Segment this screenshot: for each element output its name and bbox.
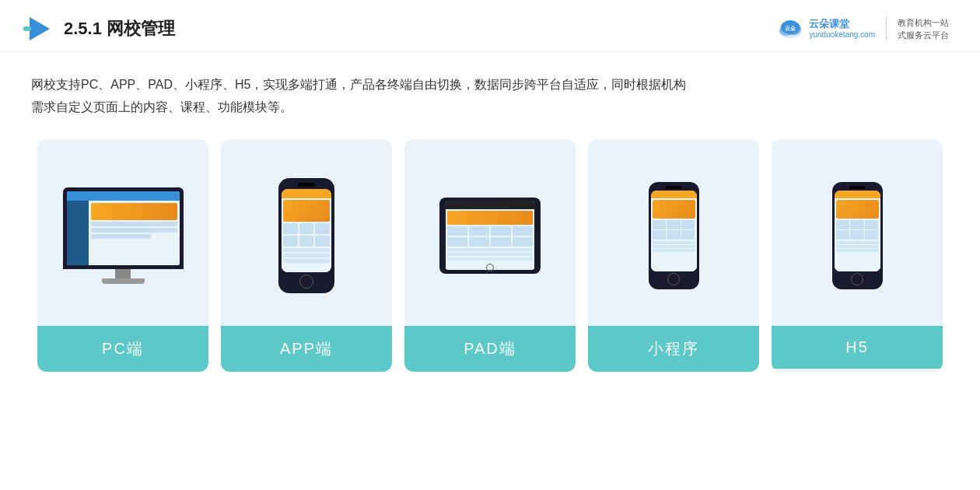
card-miniapp-device-area	[588, 139, 759, 326]
phone-small-frame-miniapp	[649, 182, 699, 289]
card-miniapp-label-area: 小程序	[588, 326, 759, 372]
card-pc-device-area	[37, 139, 208, 326]
phone-frame-app	[278, 178, 334, 293]
card-pad-label: PAD端	[464, 340, 516, 357]
card-h5: H5	[772, 139, 943, 372]
monitor-neck	[115, 269, 131, 278]
phone-home-btn-app	[299, 275, 313, 289]
tablet-home-btn	[486, 264, 494, 271]
card-pad: PAD端	[404, 139, 576, 372]
header: 2.5.1 网校管理 云朵 云朵课堂 yunduoketang.com	[0, 0, 980, 52]
device-phone-app	[278, 178, 334, 293]
device-phone-h5	[832, 182, 883, 289]
card-pc: PC端	[37, 139, 208, 372]
card-pad-device-area	[404, 139, 576, 326]
monitor-base	[102, 278, 145, 284]
play-icon	[23, 14, 53, 44]
description-line1: 网校支持PC、APP、PAD、小程序、H5，实现多端打通，产品各终端自由切换，数…	[31, 74, 949, 96]
phone-small-home-h5	[851, 273, 863, 285]
header-left: 2.5.1 网校管理	[23, 14, 175, 44]
phone-small-notch-h5	[849, 186, 865, 189]
brand-slogan: 教育机构一站 式服务云平台	[898, 16, 949, 42]
card-pc-label-area: PC端	[37, 326, 208, 372]
header-right: 云朵 云朵课堂 yunduoketang.com 教育机构一站 式服务云平台	[776, 15, 949, 43]
card-app-label: APP端	[280, 340, 333, 357]
phone-small-notch-miniapp	[666, 186, 681, 189]
svg-rect-1	[23, 26, 31, 31]
device-desktop	[63, 187, 184, 284]
tablet-frame	[439, 198, 541, 274]
monitor-screen	[67, 191, 180, 265]
phone-notch-app	[298, 183, 315, 187]
brand-name: 云朵课堂	[809, 18, 849, 30]
tablet-screen	[446, 201, 534, 270]
description: 网校支持PC、APP、PAD、小程序、H5，实现多端打通，产品各终端自由切换，数…	[0, 52, 980, 131]
card-app-label-area: APP端	[221, 326, 392, 372]
cards-section: PC端	[0, 131, 980, 387]
svg-marker-0	[30, 17, 50, 40]
card-pc-label: PC端	[102, 340, 144, 357]
brand-divider	[886, 17, 887, 40]
card-pad-label-area: PAD端	[404, 326, 576, 372]
phone-small-screen-h5	[835, 191, 880, 271]
brand-text: 云朵课堂 yunduoketang.com	[809, 18, 875, 40]
device-tablet	[439, 198, 541, 274]
page-title: 2.5.1 网校管理	[64, 17, 175, 40]
phone-small-screen-miniapp	[651, 191, 697, 271]
phone-small-home-miniapp	[667, 273, 680, 285]
card-h5-device-area	[772, 139, 943, 326]
brand-logo: 云朵 云朵课堂 yunduoketang.com	[776, 15, 875, 43]
phone-screen-app	[282, 189, 331, 272]
monitor-frame	[63, 187, 184, 269]
card-h5-label: H5	[845, 338, 869, 355]
description-line2: 需求自定义页面上的内容、课程、功能模块等。	[31, 96, 949, 119]
card-h5-label-area: H5	[772, 326, 943, 369]
brand-logo-icon: 云朵	[776, 15, 804, 43]
page-container: 2.5.1 网校管理 云朵 云朵课堂 yunduoketang.com	[0, 0, 980, 490]
card-miniapp: 小程序	[588, 139, 759, 372]
card-miniapp-label: 小程序	[648, 340, 699, 357]
card-app: APP端	[221, 139, 392, 372]
svg-text:云朵: 云朵	[785, 26, 796, 31]
card-app-device-area	[221, 139, 392, 326]
device-phone-miniapp	[649, 182, 699, 289]
brand-domain: yunduoketang.com	[809, 30, 875, 40]
phone-small-frame-h5	[832, 182, 883, 289]
